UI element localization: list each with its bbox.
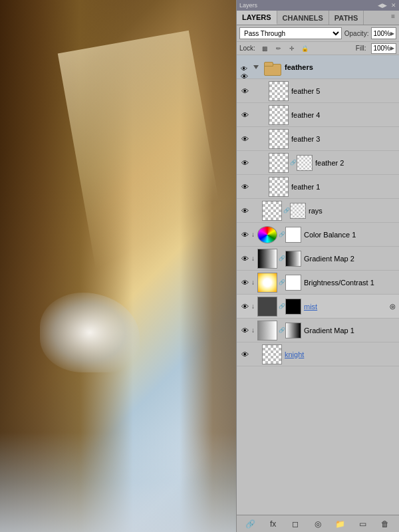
layer-visibility-toggle[interactable]: 👁 [238, 135, 251, 143]
eye-icon: 👁 [241, 350, 249, 358]
eye-icon: 👁 [241, 207, 249, 215]
layer-name: knight [283, 350, 398, 358]
tab-layers[interactable]: LAYERS [237, 11, 277, 25]
effect-arrow-icon: ↓ [251, 231, 255, 238]
eye-icon: 👁 [241, 327, 249, 334]
layer-effects-btn[interactable]: fx [266, 517, 281, 531]
add-mask-btn[interactable]: ◻ [288, 517, 303, 531]
chain-icon: 🔗 [279, 303, 285, 309]
background-image [0, 0, 246, 532]
panel-tab-menu-btn[interactable]: ≡ [387, 11, 399, 25]
layer-thumbnail [269, 105, 289, 125]
eye-icon: 👁 [241, 231, 249, 239]
panel-title-bar: Layers ◀▶ ✕ [237, 0, 399, 11]
layer-row[interactable]: 👁 🔗 rays [237, 199, 399, 223]
chain-icon: 🔗 [279, 279, 285, 285]
layer-row[interactable]: 👁 feather 4 [237, 103, 399, 127]
layer-name: feather 1 [290, 183, 398, 191]
opacity-value[interactable]: 100% [373, 30, 390, 37]
eye-icon: 👁 [241, 65, 249, 70]
layer-visibility-toggle[interactable]: 👁 [238, 65, 251, 70]
layer-row[interactable]: 👁 ↓ 🔗 Gradient Map 1 [237, 319, 399, 342]
panel-close-btn[interactable]: ✕ [391, 2, 396, 9]
chain-icon: 🔗 [279, 255, 285, 261]
layer-name: Gradient Map 1 [303, 327, 398, 334]
chain-icon: 🔗 [279, 231, 285, 237]
layer-thumbnail [262, 57, 282, 77]
tab-paths[interactable]: PATHS [329, 11, 364, 25]
layer-visibility-toggle[interactable]: 👁 [238, 350, 251, 358]
new-group-btn[interactable]: 📁 [333, 517, 348, 531]
eye-icon: 👁 [241, 303, 249, 311]
layer-visibility-toggle[interactable]: 👁 [238, 231, 251, 239]
folder-icon [263, 60, 281, 74]
layer-mask-thumbnail [285, 251, 301, 267]
new-layer-btn[interactable]: ▭ [355, 517, 370, 531]
layer-visibility-toggle[interactable]: 👁 [238, 255, 251, 263]
lock-paint-btn[interactable]: ✏ [274, 44, 283, 53]
opacity-arrow[interactable]: ▶ [390, 31, 394, 37]
delete-layer-btn[interactable]: 🗑 [378, 517, 392, 531]
layer-row[interactable]: 👁 feather 1 [237, 175, 399, 199]
layer-thumbnail [262, 344, 282, 364]
layer-row[interactable]: 👁 ↓ 🔗 Brightness/Contrast 1 [237, 271, 399, 295]
layer-visibility-toggle[interactable]: 👁 [238, 87, 251, 95]
layer-row[interactable]: 👁 ↓ 🔗 Color Balance 1 [237, 223, 399, 247]
layer-visibility-toggle[interactable]: 👁 [238, 159, 251, 167]
lock-move-btn[interactable]: ✛ [287, 44, 297, 53]
triangle-down-icon [253, 65, 259, 69]
layer-thumbnail [269, 81, 289, 101]
eye-icon: 👁 [241, 135, 249, 143]
layer-thumbnail [257, 273, 277, 293]
layer-name: Color Balance 1 [303, 231, 398, 239]
layer-mask-thumbnail [290, 203, 306, 219]
layer-row[interactable]: 👁 🔗 feather 2 [237, 151, 399, 175]
layer-name: feathers [283, 63, 398, 71]
eye-icon: 👁 [241, 159, 249, 167]
layer-row[interactable]: 👁 knight [237, 342, 399, 366]
layer-visibility-toggle[interactable]: 👁 [238, 207, 251, 215]
layer-name: feather 5 [290, 87, 398, 95]
layer-name: feather 2 [314, 159, 398, 167]
blend-mode-select[interactable]: Pass Through Normal Multiply Screen Over… [239, 27, 342, 39]
layer-visibility-toggle[interactable]: 👁 [238, 279, 251, 287]
ground-mist [0, 432, 246, 532]
tab-channels[interactable]: CHANNELS [277, 11, 329, 25]
layer-mask-thumbnail [297, 155, 313, 171]
opacity-label: Opacity: [344, 30, 369, 37]
eye-icon: 👁 [241, 111, 249, 119]
layers-list: 👁 feathers 👁 feather 5 👁 [237, 55, 399, 515]
eye-icon: 👁 [241, 279, 249, 287]
layer-thumbnail [257, 297, 277, 317]
fill-value[interactable]: 100% [373, 45, 390, 52]
layer-row[interactable]: 👁 ↓ 🔗 mist ◎ [237, 295, 399, 319]
layer-mask-thumbnail [285, 323, 301, 338]
panel-bottom-toolbar: 🔗 fx ◻ ◎ 📁 ▭ 🗑 [237, 515, 399, 532]
layer-row[interactable]: 👁 feather 3 [237, 127, 399, 151]
lock-pixel-btn[interactable]: ▩ [261, 44, 270, 53]
panel-collapse-btn[interactable]: ◀▶ [378, 2, 387, 9]
layer-visibility-toggle[interactable]: 👁 [238, 111, 251, 119]
layer-row[interactable]: 👁 feathers [237, 55, 399, 79]
effect-arrow-icon: ↓ [251, 255, 255, 262]
layer-visibility-toggle[interactable]: 👁 [238, 303, 251, 311]
layer-row[interactable]: 👁 ↓ 🔗 Gradient Map 2 [237, 247, 399, 271]
new-adjustment-btn[interactable]: ◎ [311, 517, 325, 531]
lock-all-btn[interactable]: 🔒 [301, 44, 310, 53]
effect-arrow-icon: ↓ [251, 303, 255, 310]
layer-mask-thumbnail [285, 275, 301, 291]
layer-row[interactable]: 👁 feather 5 [237, 79, 399, 103]
layer-thumbnail [269, 153, 289, 173]
layer-visibility-toggle[interactable]: 👁 [238, 327, 251, 334]
fill-arrow[interactable]: ▶ [390, 45, 394, 51]
chain-icon: 🔗 [279, 327, 285, 333]
effect-arrow-icon: ↓ [251, 327, 255, 334]
layer-thumbnail [269, 129, 289, 149]
eye-icon: 👁 [241, 87, 249, 95]
fill-label: Fill: [356, 45, 366, 52]
link-layers-btn[interactable]: 🔗 [243, 517, 258, 531]
layer-visibility-toggle[interactable]: 👁 [238, 183, 251, 191]
group-expand-toggle[interactable] [251, 65, 261, 69]
eye-icon: 👁 [241, 183, 249, 191]
blend-mode-row: Pass Through Normal Multiply Screen Over… [237, 25, 399, 42]
